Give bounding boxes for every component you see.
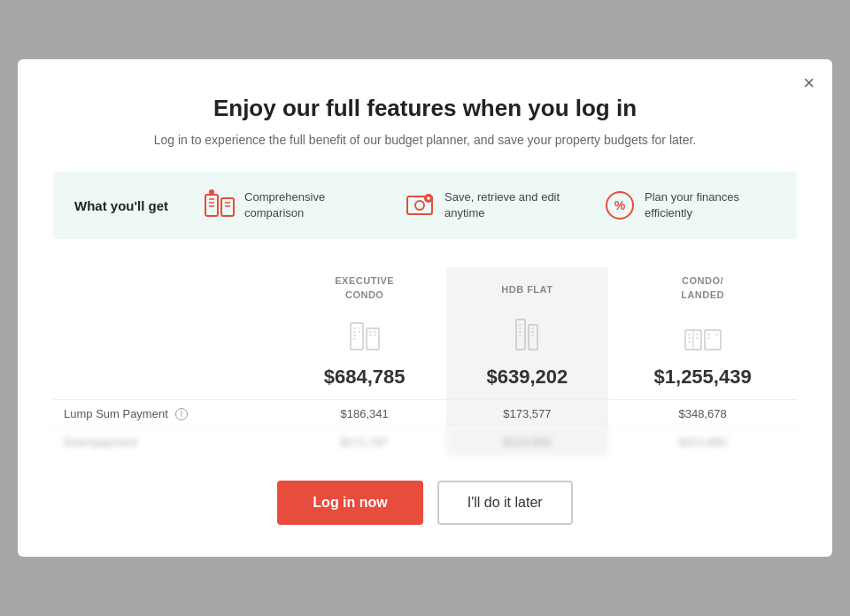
- exec-building-icon: [283, 305, 446, 358]
- feature-item-save: Save, retrieve and edit anytime: [404, 189, 576, 221]
- modal-container: × Enjoy our full features when you log i…: [18, 59, 832, 557]
- svg-rect-38: [705, 330, 721, 350]
- col-header-condo: CONDO/LANDED: [608, 267, 797, 305]
- downpayment-label: Downpayment: [53, 427, 283, 456]
- feature-item-finances: % Plan your finances efficiently: [604, 189, 776, 221]
- hdb-building-icon: [446, 305, 609, 358]
- hdb-downpayment: $133,950: [446, 427, 609, 456]
- svg-rect-28: [516, 320, 525, 350]
- svg-rect-16: [351, 323, 363, 350]
- condo-building-icon: [608, 305, 797, 358]
- price-row: $684,785 $639,202 $1,255,439: [53, 358, 797, 399]
- hdb-price: $639,202: [446, 358, 609, 399]
- later-button[interactable]: I'll do it later: [437, 481, 573, 525]
- lump-sum-row: Lump Sum Payment i $186,341 $173,577 $34…: [53, 399, 797, 427]
- comparison-table: EXECUTIVECONDO HDB FLAT CONDO/LANDED: [53, 267, 797, 456]
- features-bar: What you'll get Comprehensive comparison: [53, 172, 797, 239]
- modal-overlay: × Enjoy our full features when you log i…: [0, 0, 850, 616]
- hdb-lump-sum: $173,577: [446, 399, 609, 427]
- icon-row: [53, 305, 797, 358]
- col-header-hdb: HDB FLAT: [446, 267, 609, 305]
- exec-lump-sum: $186,341: [283, 399, 446, 427]
- feature-text-save: Save, retrieve and edit anytime: [444, 189, 576, 221]
- button-row: Log in now I'll do it later: [53, 481, 797, 525]
- close-button[interactable]: ×: [803, 73, 815, 93]
- feature-text-comparison: Comprehensive comparison: [244, 189, 375, 221]
- finances-icon: %: [604, 189, 636, 221]
- modal-subtitle: Log in to experience the full benefit of…: [53, 133, 797, 147]
- exec-price: $684,785: [283, 358, 446, 399]
- save-icon: [404, 189, 436, 221]
- col-header-label: [53, 267, 283, 305]
- col-header-exec: EXECUTIVECONDO: [283, 267, 446, 305]
- login-button[interactable]: Log in now: [277, 481, 422, 525]
- lump-sum-label: Lump Sum Payment i: [53, 399, 283, 427]
- feature-item-comparison: Comprehensive comparison: [204, 189, 375, 221]
- comparison-icon: [204, 189, 236, 221]
- downpayment-row: Downpayment $171,797 $133,950 $313,860: [53, 427, 797, 456]
- condo-downpayment: $313,860: [608, 427, 797, 456]
- lump-sum-info-icon[interactable]: i: [175, 408, 188, 420]
- feature-text-finances: Plan your finances efficiently: [645, 189, 776, 221]
- svg-rect-17: [367, 328, 379, 350]
- svg-rect-0: [205, 195, 218, 216]
- features-bar-label: What you'll get: [74, 198, 168, 213]
- condo-price: $1,255,439: [608, 358, 797, 399]
- svg-rect-1: [221, 198, 234, 216]
- modal-title: Enjoy our full features when you log in: [53, 95, 797, 122]
- exec-downpayment: $171,797: [283, 427, 446, 456]
- svg-text:%: %: [614, 198, 626, 212]
- svg-point-10: [415, 201, 424, 210]
- condo-lump-sum: $348,678: [608, 399, 797, 427]
